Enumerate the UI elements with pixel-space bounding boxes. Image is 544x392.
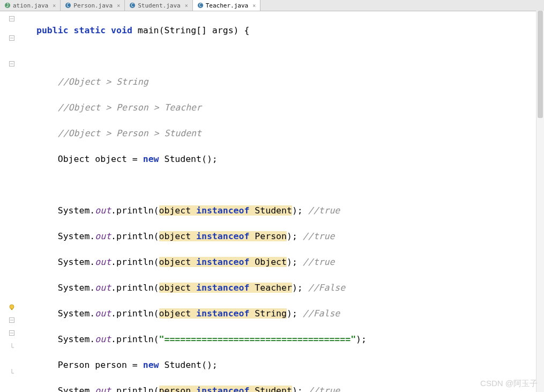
tab-label: Student.java	[138, 2, 180, 9]
ide-window: J ation.java × C Person.java × C Student…	[0, 0, 544, 392]
java-file-icon: J	[4, 2, 11, 9]
fold-icon[interactable]	[2, 33, 21, 38]
tab-teacher[interactable]: C Teacher.java ×	[193, 0, 261, 11]
tab-label: ation.java	[13, 2, 48, 9]
svg-text:C: C	[131, 3, 134, 8]
svg-text:C: C	[67, 3, 70, 8]
fold-icon[interactable]	[2, 328, 21, 333]
tab-label: Teacher.java	[206, 2, 248, 9]
code-line: //Object > Person > Student	[36, 127, 544, 140]
tab-label: Person.java	[73, 2, 113, 9]
code-line	[36, 179, 544, 191]
code-line: Object object = new Student();	[36, 153, 544, 166]
svg-point-14	[10, 305, 14, 309]
code-line: Person person = new Student();	[36, 359, 544, 372]
vertical-scrollbar[interactable]	[536, 11, 544, 392]
tab-person[interactable]: C Person.java ×	[61, 0, 125, 11]
close-icon[interactable]: ×	[185, 3, 188, 9]
fold-icon[interactable]	[2, 13, 21, 19]
close-icon[interactable]: ×	[53, 3, 56, 9]
gutter	[0, 11, 24, 392]
code-line	[36, 50, 544, 63]
tab-student[interactable]: C Student.java ×	[125, 0, 193, 11]
tab-ation[interactable]: J ation.java ×	[0, 0, 61, 11]
svg-text:C: C	[199, 3, 202, 8]
code-line: //Object > Person > Teacher	[36, 101, 544, 114]
code-area[interactable]: public static void main(String[] args) {…	[24, 11, 544, 392]
scrollbar-thumb[interactable]	[538, 11, 543, 118]
fold-end-icon[interactable]	[2, 341, 21, 346]
close-icon[interactable]: ×	[117, 3, 120, 9]
code-line: System.out.println(object instanceof Per…	[36, 230, 544, 243]
fold-icon[interactable]	[2, 315, 21, 320]
close-icon[interactable]: ×	[252, 3, 256, 9]
code-line: System.out.println(object instanceof Stu…	[36, 204, 544, 217]
java-class-icon: C	[65, 2, 71, 9]
fold-icon[interactable]	[2, 58, 21, 64]
editor-body: public static void main(String[] args) {…	[0, 11, 544, 392]
code-line: System.out.println("====================…	[36, 333, 544, 346]
editor-tabs: J ation.java × C Person.java × C Student…	[0, 0, 544, 11]
java-class-icon: C	[197, 2, 204, 9]
svg-text:J: J	[6, 3, 9, 8]
code-line: public static void main(String[] args) {	[36, 24, 544, 37]
fold-end-icon[interactable]	[2, 366, 21, 372]
code-line: System.out.println(person instanceof Stu…	[36, 384, 544, 392]
code-line: System.out.println(object instanceof Tea…	[36, 282, 544, 294]
java-class-icon: C	[129, 2, 136, 9]
code-line: //Object > String	[36, 76, 544, 88]
bulb-icon[interactable]	[2, 303, 21, 310]
code-line: System.out.println(object instanceof Obj…	[36, 256, 544, 269]
svg-rect-15	[11, 309, 13, 310]
code-line: System.out.println(object instanceof Str…	[36, 307, 544, 320]
